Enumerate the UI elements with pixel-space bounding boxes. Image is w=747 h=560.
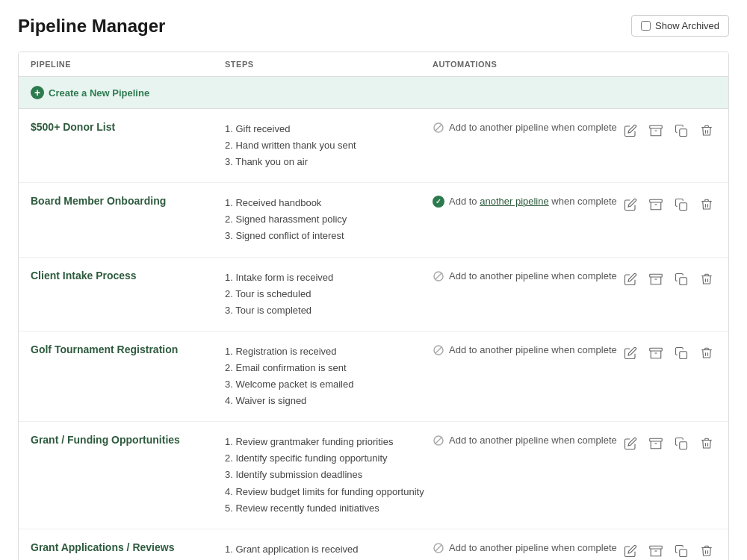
edit-button-grant-funding[interactable] <box>621 434 640 453</box>
table-header: PIPELINE STEPS AUTOMATIONS <box>19 52 728 77</box>
automation-text-board-member: Add to another pipeline when complete <box>449 195 617 208</box>
svg-rect-12 <box>680 277 687 284</box>
step-item: 4. Waiver is signed <box>225 393 425 409</box>
step-item: 3. Thank you on air <box>225 154 425 170</box>
edit-button-golf-tournament[interactable] <box>621 343 640 363</box>
pipeline-name-donor-list: $500+ Donor List <box>31 121 225 133</box>
svg-line-9 <box>436 273 441 279</box>
delete-icon <box>700 273 713 286</box>
automation-icon-donor-list <box>433 122 444 134</box>
actions-cell-grant-funding <box>627 434 716 453</box>
copy-button-grant-funding[interactable] <box>672 434 691 453</box>
delete-icon <box>700 437 713 450</box>
svg-rect-5 <box>650 200 663 203</box>
copy-icon <box>675 346 688 360</box>
delete-icon <box>700 544 713 558</box>
svg-rect-17 <box>680 352 687 359</box>
automation-cell-golf-tournament: Add to another pipeline when complete <box>433 343 627 357</box>
automation-icon-board-member <box>433 196 444 208</box>
archive-button-grant-funding[interactable] <box>646 434 666 453</box>
delete-button-board-member[interactable] <box>697 195 716 214</box>
automation-cell-client-intake: Add to another pipeline when complete <box>433 270 627 283</box>
copy-icon <box>675 273 688 286</box>
show-archived-button[interactable]: Show Archived <box>631 15 729 37</box>
delete-button-grant-funding[interactable] <box>697 434 716 453</box>
archive-icon <box>649 544 663 558</box>
step-item: 2. Hand written thank you sent <box>225 137 425 154</box>
col-actions <box>627 60 716 69</box>
edit-icon <box>624 124 637 137</box>
automation-text-client-intake: Add to another pipeline when complete <box>449 270 617 283</box>
copy-button-grant-applications[interactable] <box>672 541 691 560</box>
archive-icon <box>649 273 663 286</box>
show-archived-label: Show Archived <box>655 20 719 31</box>
copy-icon <box>675 198 688 211</box>
svg-line-24 <box>436 545 441 551</box>
delete-button-donor-list[interactable] <box>697 121 716 140</box>
copy-button-board-member[interactable] <box>672 195 691 214</box>
step-item: 1. Intake form is received <box>225 270 425 286</box>
copy-button-golf-tournament[interactable] <box>672 343 691 363</box>
automation-text-golf-tournament: Add to another pipeline when complete <box>449 343 617 357</box>
pipeline-table: PIPELINE STEPS AUTOMATIONS + Create a Ne… <box>18 52 729 560</box>
automation-cell-grant-applications: Add to another pipeline when complete <box>433 541 627 555</box>
show-archived-checkbox[interactable] <box>641 21 651 31</box>
delete-button-client-intake[interactable] <box>697 270 716 289</box>
edit-button-board-member[interactable] <box>621 195 640 214</box>
archive-button-board-member[interactable] <box>646 195 666 214</box>
edit-icon <box>624 273 637 286</box>
automation-link-board-member[interactable]: another pipeline <box>480 196 549 207</box>
pipeline-steps-grant-funding: 1. Review grantmaker funding priorities2… <box>225 434 433 516</box>
svg-rect-25 <box>650 546 663 549</box>
archive-icon <box>649 346 663 360</box>
step-item: 3. Welcome packet is emailed <box>225 376 425 393</box>
step-item: 1. Grant application is received <box>225 541 425 558</box>
edit-button-client-intake[interactable] <box>621 270 640 289</box>
svg-rect-7 <box>680 203 687 211</box>
archive-button-donor-list[interactable] <box>646 121 666 140</box>
edit-icon <box>624 346 637 360</box>
page-title: Pipeline Manager <box>18 16 165 37</box>
pipeline-row-grant-funding: Grant / Funding Opportunities1. Review g… <box>19 422 728 529</box>
automation-text-grant-applications: Add to another pipeline when complete <box>449 541 617 555</box>
copy-icon <box>675 544 688 558</box>
pipeline-name-grant-funding: Grant / Funding Opportunities <box>31 434 225 446</box>
step-item: 1. Gift received <box>225 121 425 137</box>
copy-button-client-intake[interactable] <box>672 270 691 289</box>
pipeline-row-grant-applications: Grant Applications / Reviews1. Grant app… <box>19 529 728 560</box>
step-item: 2. Identify specific funding opportunity <box>225 450 425 467</box>
archive-button-grant-applications[interactable] <box>646 541 666 560</box>
actions-cell-donor-list <box>627 121 716 140</box>
copy-button-donor-list[interactable] <box>672 121 691 140</box>
pipeline-row-client-intake: Client Intake Process1. Intake form is r… <box>19 258 728 332</box>
svg-line-14 <box>436 347 441 353</box>
create-pipeline-link[interactable]: + Create a New Pipeline <box>31 86 225 99</box>
archive-icon <box>649 124 663 137</box>
automation-icon-golf-tournament <box>433 344 444 356</box>
delete-button-golf-tournament[interactable] <box>697 343 716 363</box>
edit-icon <box>624 437 637 450</box>
archive-button-golf-tournament[interactable] <box>646 343 666 363</box>
actions-cell-client-intake <box>627 270 716 289</box>
actions-cell-board-member <box>627 195 716 214</box>
step-item: 1. Review grantmaker funding priorities <box>225 434 425 450</box>
delete-icon <box>700 346 713 360</box>
create-pipeline-row[interactable]: + Create a New Pipeline <box>19 77 728 109</box>
actions-cell-golf-tournament <box>627 343 716 363</box>
edit-button-donor-list[interactable] <box>621 121 640 140</box>
archive-button-client-intake[interactable] <box>646 270 666 289</box>
svg-line-1 <box>436 125 441 131</box>
step-item: 5. Review recently funded initiatives <box>225 500 425 517</box>
svg-rect-15 <box>650 348 663 351</box>
pipeline-row-donor-list: $500+ Donor List1. Gift received2. Hand … <box>19 109 728 183</box>
copy-icon <box>675 437 688 450</box>
svg-rect-20 <box>650 438 663 441</box>
pipeline-name-board-member: Board Member Onboarding <box>31 195 225 207</box>
edit-button-grant-applications[interactable] <box>621 541 640 560</box>
step-item: 3. Tour is completed <box>225 302 425 319</box>
pipeline-steps-board-member: 1. Received handbook2. Signed harassment… <box>225 195 433 244</box>
delete-button-grant-applications[interactable] <box>697 541 716 560</box>
automation-cell-donor-list: Add to another pipeline when complete <box>433 121 627 134</box>
step-item: 1. Received handbook <box>225 195 425 211</box>
svg-rect-27 <box>680 549 687 556</box>
